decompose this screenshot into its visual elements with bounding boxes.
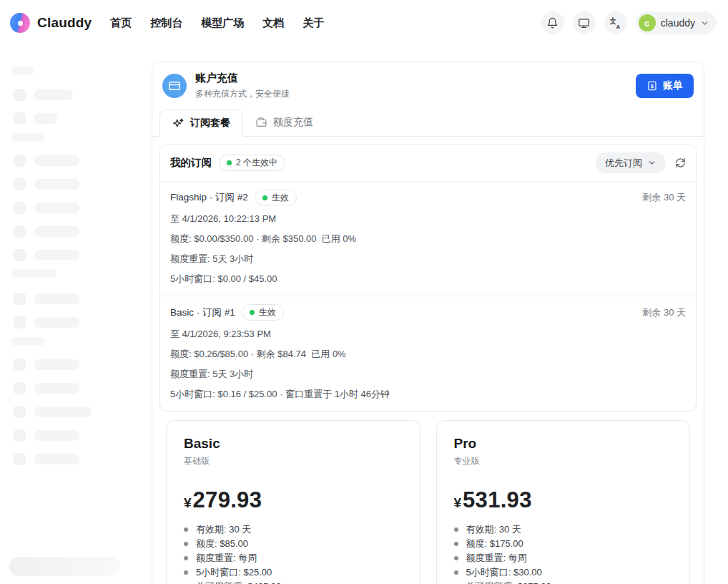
skeleton-icon (14, 382, 26, 394)
notifications-button[interactable] (541, 11, 564, 34)
user-name: clauddy (661, 17, 695, 29)
plan-card-basic: Basic 基础版 ¥279.93 有效期: 30 天 额度: $85.00 额… (166, 420, 420, 584)
language-button[interactable]: 文 A (604, 11, 627, 34)
days-remaining: 剩余 30 天 (642, 191, 686, 204)
bullet-dot (454, 556, 458, 560)
page-title: 账户充值 (195, 72, 290, 85)
window-line: 5小时窗口: $0.16 / $25.00 · 窗口重置于 1小时 46分钟 (170, 388, 686, 401)
feature-item: 总可用额度: $875.00 (466, 580, 551, 584)
invoice-icon: $ (646, 80, 658, 92)
status-badge: 生效 (255, 190, 297, 205)
nav-link-home[interactable]: 首页 (110, 16, 132, 30)
skeleton-icon (14, 453, 26, 465)
svg-text:文: 文 (609, 18, 616, 25)
days-remaining: 剩余 30 天 (642, 306, 686, 319)
subscription-row: Flagship · 订阅 #2 生效 剩余 30 天 至 4/1/2026, … (160, 182, 696, 296)
plans-grid: Basic 基础版 ¥279.93 有效期: 30 天 额度: $85.00 额… (166, 420, 690, 584)
skeleton-icon (14, 178, 26, 190)
skeleton-icon (14, 293, 26, 305)
skeleton-footer-pill (9, 557, 120, 576)
subscription-name: Basic · 订阅 #1 (170, 306, 235, 319)
feature-item: 有效期: 30 天 (196, 523, 251, 536)
feature-item: 有效期: 30 天 (466, 523, 521, 536)
recharge-tabs: 订阅套餐 额度充值 (152, 109, 704, 137)
sparkles-icon (172, 117, 185, 130)
refresh-button[interactable] (675, 157, 686, 168)
priority-sort-dropdown[interactable]: 优先订阅 (596, 152, 666, 173)
skeleton-icon (14, 225, 26, 238)
sidebar-skeleton (0, 46, 152, 584)
reset-line: 额度重置: 5天 3小时 (170, 253, 686, 266)
skeleton-menu-item (34, 155, 79, 166)
skeleton-icon (14, 112, 26, 125)
skeleton-section-label (11, 133, 45, 142)
user-menu[interactable]: c clauddy (636, 11, 717, 34)
nav-link-docs[interactable]: 文档 (262, 16, 284, 30)
skeleton-menu-item (34, 359, 79, 370)
skeleton-menu-item (34, 113, 57, 124)
skeleton-icon (14, 406, 26, 418)
plan-name: Basic (184, 436, 403, 452)
wallet-icon (255, 117, 267, 129)
skeleton-menu-item (34, 250, 79, 261)
skeleton-section-label (11, 67, 34, 75)
tab-subscription-plans[interactable]: 订阅套餐 (159, 110, 243, 137)
nav-link-about[interactable]: 关于 (302, 16, 324, 30)
card-header: 账户充值 多种充值方式，安全便捷 $ 账单 (152, 62, 704, 109)
feature-item: 额度: $85.00 (196, 537, 248, 550)
nav-links: 首页 控制台 模型广场 文档 关于 (110, 16, 324, 30)
feature-item: 额度重置: 每周 (466, 552, 527, 565)
monitor-icon (578, 17, 590, 29)
feature-item: 额度: $175.00 (466, 537, 523, 550)
skeleton-menu-item (34, 293, 79, 304)
plan-price: ¥279.93 (184, 487, 403, 513)
skeleton-menu-item (34, 203, 79, 213)
bullet-dot (184, 570, 188, 575)
translate-icon: 文 A (609, 16, 622, 29)
feature-item: 5小时窗口: $25.00 (196, 566, 272, 579)
bullet-dot (184, 542, 188, 546)
account-recharge-card: 账户充值 多种充值方式，安全便捷 $ 账单 (152, 61, 704, 584)
skeleton-icon (14, 359, 26, 371)
green-dot-icon (262, 195, 267, 200)
subscriptions-header: 我的订阅 2 个生效中 优先订阅 (160, 145, 696, 182)
theme-button[interactable] (573, 11, 596, 34)
brand-logo-icon (10, 13, 30, 33)
skeleton-icon (14, 89, 26, 101)
credit-card-icon (162, 74, 187, 98)
skeleton-menu-item (34, 89, 73, 100)
avatar: c (639, 14, 656, 31)
skeleton-menu-item (34, 430, 79, 441)
skeleton-icon (14, 202, 26, 214)
skeleton-section-label (11, 337, 45, 346)
tab-credit-recharge[interactable]: 额度充值 (243, 109, 325, 136)
nav-link-model-plaza[interactable]: 模型广场 (201, 16, 244, 30)
skeleton-menu-item (34, 179, 79, 190)
bell-icon (546, 17, 559, 29)
subscription-row: Basic · 订阅 #1 生效 剩余 30 天 至 4/1/2026, 9:2… (160, 296, 696, 410)
plan-features: 有效期: 30 天 额度: $175.00 额度重置: 每周 5小时窗口: $3… (454, 522, 673, 584)
chevron-down-icon (700, 19, 709, 28)
expires-line: 至 4/1/2026, 10:22:13 PM (170, 213, 686, 225)
skeleton-menu-item (34, 317, 79, 328)
bill-button[interactable]: $ 账单 (636, 74, 694, 98)
green-dot-icon (227, 160, 232, 165)
bullet-dot (454, 570, 458, 575)
skeleton-icon (14, 249, 26, 261)
svg-text:$: $ (651, 83, 654, 89)
chevron-down-icon (647, 158, 656, 167)
brand-name: Clauddy (37, 15, 92, 31)
plan-card-pro: Pro 专业版 ¥531.93 有效期: 30 天 额度: $175.00 额度… (436, 420, 691, 584)
nav-link-console[interactable]: 控制台 (150, 16, 182, 30)
skeleton-icon (14, 316, 26, 328)
reset-line: 额度重置: 5天 3小时 (170, 368, 686, 381)
top-navbar: Clauddy 首页 控制台 模型广场 文档 关于 (0, 0, 728, 46)
plan-features: 有效期: 30 天 额度: $85.00 额度重置: 每周 5小时窗口: $25… (184, 522, 403, 584)
window-line: 5小时窗口: $0.00 / $45.00 (170, 273, 686, 286)
skeleton-icon (14, 429, 26, 442)
plan-price: ¥531.93 (454, 487, 673, 513)
svg-text:A: A (616, 24, 620, 30)
feature-item: 额度重置: 每周 (196, 552, 257, 565)
bullet-dot (184, 556, 188, 560)
skeleton-menu-item (34, 407, 92, 417)
